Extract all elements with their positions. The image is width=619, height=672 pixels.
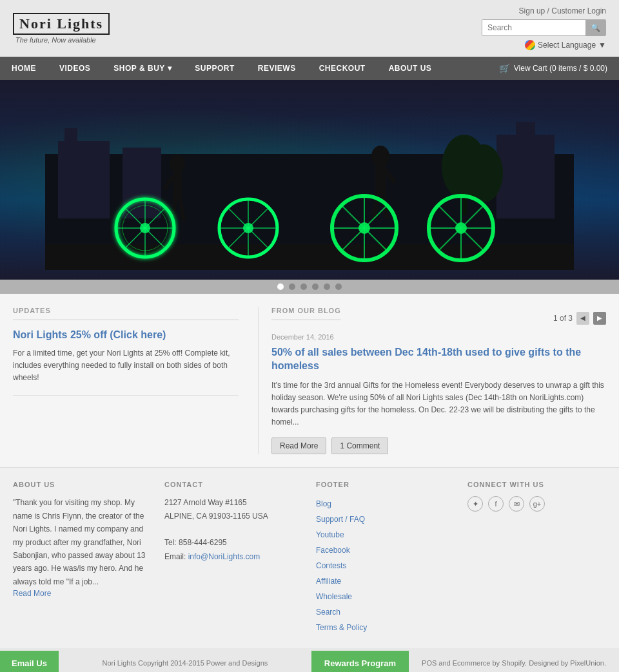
blog-pagination: 1 of 3 ◀ ▶ — [553, 312, 606, 325]
hero-dot-3[interactable] — [300, 283, 307, 290]
blog-prev-button[interactable]: ◀ — [576, 312, 589, 325]
nav-item-reviews[interactable]: REVIEWS — [246, 57, 308, 79]
google-plus-icon[interactable]: g+ — [529, 496, 545, 512]
nav-item-about[interactable]: ABOUT US — [377, 57, 444, 79]
svg-rect-11 — [173, 172, 182, 201]
logo-subtitle: The future, Now available — [13, 36, 110, 44]
update-post-title[interactable]: Nori Lights 25% off (Click here) — [13, 329, 239, 341]
footer-social-title: CONNECT WITH US — [467, 481, 606, 488]
footer-about: ABOUT US "Thank you for visiting my shop… — [13, 481, 152, 635]
email-icon[interactable]: ✉ — [509, 496, 524, 512]
search-button[interactable]: 🔍 — [585, 20, 605, 35]
footer-city: ALPINE, CA 91903-1165 USA — [164, 512, 268, 521]
blog-post-text: It's time for the 3rd annual Gifts for t… — [271, 379, 606, 429]
footer-link-facebook[interactable]: Facebook — [316, 542, 455, 558]
footer-email-label: Email: — [164, 552, 186, 561]
blog-actions: Read More 1 Comment — [271, 437, 606, 454]
footer-contact-title: CONTACT — [164, 481, 303, 488]
svg-rect-29 — [375, 166, 386, 198]
svg-point-44 — [455, 222, 467, 234]
svg-rect-2 — [64, 128, 77, 154]
hero-dot-6[interactable] — [335, 283, 342, 290]
svg-rect-8 — [463, 196, 467, 215]
language-selector[interactable]: Select Language ▼ — [525, 40, 606, 50]
footer-link-youtube[interactable]: Youtube — [316, 527, 455, 542]
footer-links-title: FOOTER — [316, 481, 455, 488]
hero-image — [45, 90, 574, 270]
blog-title: FROM OUR BLOG — [271, 307, 341, 320]
header-links: Sign up / Customer Login — [519, 6, 606, 15]
customer-login-link[interactable]: Customer Login — [551, 6, 606, 15]
comment-count: 1 Comment — [331, 437, 388, 454]
update-post-text: For a limited time, get your Nori Lights… — [13, 347, 239, 385]
footer-read-more-link[interactable]: Read More — [13, 589, 51, 598]
hero-dot-1[interactable] — [277, 283, 284, 290]
powered-by-text: POS and Ecommerce by Shopify. Designed b… — [409, 659, 619, 667]
bottom-bar: Email Us Nori Lights Copyright 2014-2015… — [0, 648, 619, 672]
footer-link-terms[interactable]: Terms & Policy — [316, 620, 455, 635]
footer-link-search[interactable]: Search — [316, 604, 455, 620]
footer-link-blog[interactable]: Blog — [316, 496, 455, 512]
footer-tel-label: Tel: — [164, 538, 177, 547]
footer-link-affiliate[interactable]: Affiliate — [316, 573, 455, 589]
main-nav: HOME VIDEOS SHOP & BUY ▾ SUPPORT REVIEWS… — [0, 57, 619, 80]
footer-link-wholesale[interactable]: Wholesale — [316, 589, 455, 604]
header-right: Sign up / Customer Login 🔍 Select Langua… — [482, 6, 606, 50]
svg-point-21 — [140, 223, 150, 233]
footer-link-contests[interactable]: Contests — [316, 558, 455, 573]
blog-page-count: 1 of 3 — [553, 314, 573, 323]
signup-link[interactable]: Sign up — [519, 6, 545, 15]
rewards-button[interactable]: Rewards Program — [311, 651, 409, 672]
hero-dot-2[interactable] — [289, 283, 295, 290]
header: Nori Lights The future, Now available Si… — [0, 0, 619, 57]
blog-post-title[interactable]: 50% of all sales between Dec 14th-18th u… — [271, 346, 606, 373]
nav-item-support[interactable]: SUPPORT — [183, 57, 246, 79]
blog-next-button[interactable]: ▶ — [593, 312, 606, 325]
svg-point-28 — [371, 146, 389, 166]
footer-contact: CONTACT 2127 Arnold Way #1165 ALPINE, CA… — [164, 481, 303, 635]
nav-items: HOME VIDEOS SHOP & BUY ▾ SUPPORT REVIEWS… — [0, 57, 443, 79]
twitter-icon[interactable]: ✦ — [467, 496, 483, 512]
language-dropdown-icon: ▼ — [598, 41, 606, 50]
updates-title: UPDATES — [13, 307, 239, 320]
blog-header: FROM OUR BLOG 1 of 3 ◀ ▶ — [271, 307, 606, 329]
hero-banner — [0, 80, 619, 280]
svg-point-27 — [243, 223, 253, 233]
nav-item-home[interactable]: HOME — [0, 57, 48, 79]
search-bar: 🔍 — [482, 19, 606, 36]
svg-point-38 — [359, 222, 370, 234]
search-input[interactable] — [482, 20, 585, 35]
link-separator: / — [547, 6, 549, 15]
footer-email-link[interactable]: info@NoriLights.com — [188, 552, 260, 561]
blog-date: December 14, 2016 — [271, 333, 606, 341]
cart-icon: 🛒 — [499, 63, 510, 73]
logo-title[interactable]: Nori Lights — [13, 13, 110, 35]
nav-item-shop[interactable]: SHOP & BUY ▾ — [102, 57, 183, 79]
logo: Nori Lights The future, Now available — [13, 13, 110, 44]
language-label: Select Language — [538, 41, 596, 50]
facebook-icon[interactable]: f — [488, 496, 504, 512]
main-content: UPDATES Nori Lights 25% off (Click here)… — [0, 294, 619, 467]
footer-social: CONNECT WITH US ✦ f ✉ g+ — [467, 481, 606, 635]
google-translate-icon — [525, 40, 535, 50]
footer-about-title: ABOUT US — [13, 481, 152, 488]
svg-rect-5 — [516, 122, 535, 148]
nav-item-videos[interactable]: VIDEOS — [48, 57, 102, 79]
blog-section: FROM OUR BLOG 1 of 3 ◀ ▶ December 14, 20… — [258, 307, 606, 454]
email-us-button[interactable]: Email Us — [0, 651, 59, 672]
hero-dots — [0, 280, 619, 294]
copyright-text: Nori Lights Copyright 2014-2015 Power an… — [59, 659, 311, 667]
footer-links-col: FOOTER Blog Support / FAQ Youtube Facebo… — [316, 481, 455, 635]
cart-label: View Cart (0 items / $ 0.00) — [514, 64, 607, 73]
footer-tel: 858-444-6295 — [179, 538, 227, 547]
hero-dot-5[interactable] — [324, 283, 330, 290]
svg-point-7 — [464, 144, 503, 202]
footer: ABOUT US "Thank you for visiting my shop… — [0, 467, 619, 648]
hero-dot-4[interactable] — [312, 283, 319, 290]
read-more-button[interactable]: Read More — [271, 437, 326, 454]
footer-address: 2127 Arnold Way #1165 — [164, 498, 247, 507]
cart-widget[interactable]: 🛒 View Cart (0 items / $ 0.00) — [487, 57, 619, 80]
nav-item-checkout[interactable]: CHECKOUT — [308, 57, 377, 79]
footer-link-support[interactable]: Support / FAQ — [316, 512, 455, 527]
updates-divider — [13, 395, 239, 396]
